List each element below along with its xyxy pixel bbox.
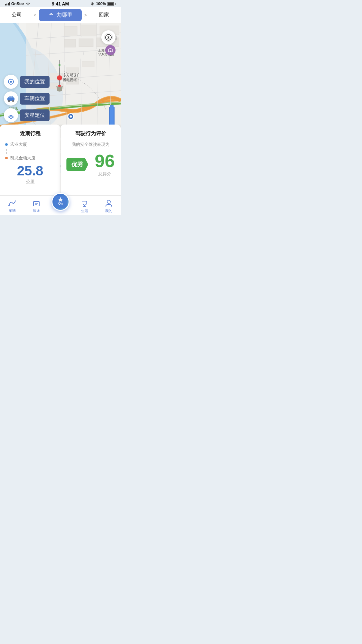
score-row: 优秀 96 总得分 — [66, 152, 116, 177]
tab-mine[interactable]: 我的 — [97, 197, 121, 213]
destination-label: 去哪里 — [56, 11, 72, 19]
vehicle-location-label[interactable]: 车辆位置 — [20, 93, 50, 105]
score-number-section: 96 总得分 — [95, 152, 115, 177]
svg-text:东方明珠广: 东方明珠广 — [63, 73, 80, 77]
svg-text:On: On — [58, 202, 63, 205]
driving-score-card[interactable]: 驾驶行为评价 我的安全驾驶表现为 优秀 96 总得分 — [60, 125, 121, 195]
svg-rect-76 — [7, 98, 14, 101]
svg-text:播电视塔: 播电视塔 — [63, 78, 77, 82]
svg-point-65 — [70, 116, 72, 118]
svg-point-71 — [10, 81, 12, 83]
map-controls: 我的位置 车辆位置 — [4, 75, 50, 122]
tab-life-label: 生活 — [81, 209, 88, 213]
trip-card-title: 近期行程 — [5, 130, 55, 137]
life-tab-icon — [80, 199, 89, 208]
nav-bar: 公司 < 去哪里 > 回家 — [0, 7, 121, 23]
driving-card-subtitle: 我的安全驾驶表现为 — [66, 142, 116, 147]
my-location-label[interactable]: 我的位置 — [20, 76, 50, 88]
tab-mine-label: 我的 — [105, 209, 112, 213]
svg-point-49 — [57, 75, 62, 80]
onstar-center-button[interactable]: On — [51, 193, 70, 211]
svg-point-77 — [8, 100, 10, 102]
status-left: OnStar — [5, 2, 31, 6]
route-from: 宏业大厦 — [5, 142, 55, 147]
svg-point-52 — [59, 64, 60, 66]
traffic-camera-badge: 8 — [101, 30, 116, 44]
nav-main-destination[interactable]: 去哪里 — [39, 9, 82, 21]
trip-route: 宏业大厦 凯龙金领大厦 — [5, 142, 55, 161]
svg-text:8: 8 — [107, 35, 110, 40]
status-bar: OnStar 9:41 AM 100% — [0, 0, 121, 7]
bottom-cards: 近期行程 宏业大厦 凯龙金领大厦 25.8 公里 驾驶行为评价 我的安全驾驶表现… — [0, 125, 121, 195]
battery-percent: 100% — [96, 2, 106, 6]
tab-vehicle[interactable]: 车辆 — [0, 198, 24, 213]
my-location-control[interactable]: 我的位置 — [4, 75, 50, 89]
trip-tab-icon — [32, 200, 41, 207]
car-icon — [7, 95, 15, 102]
onstar-logo: On — [54, 196, 67, 208]
nav-arrow-left[interactable]: < — [32, 13, 38, 18]
onstar-icon: On — [55, 196, 66, 207]
navigation-icon — [48, 12, 54, 18]
trip-distance-unit: 公里 — [5, 179, 55, 185]
signal-bars — [5, 2, 10, 5]
svg-rect-80 — [11, 96, 13, 98]
battery-indicator — [107, 2, 116, 6]
svg-rect-11 — [64, 26, 77, 36]
my-location-icon-btn[interactable] — [4, 75, 18, 89]
hotel-icon — [107, 47, 113, 53]
vehicle-location-icon-btn[interactable] — [4, 91, 18, 106]
satellite-location-icon-btn[interactable] — [4, 108, 18, 122]
total-score-number: 96 — [95, 152, 115, 170]
nav-home[interactable]: 回家 — [89, 12, 118, 18]
wifi-icon — [25, 2, 31, 6]
route-to-label: 凯龙金领大厦 — [10, 155, 35, 161]
route-to-dot — [5, 157, 8, 159]
hotel-badge — [105, 45, 116, 55]
driving-card-title: 驾驶行为评价 — [66, 130, 116, 137]
route-to: 凯龙金领大厦 — [5, 155, 55, 161]
score-badge-section: 优秀 — [66, 158, 88, 171]
status-right: 100% — [90, 2, 116, 6]
svg-rect-69 — [110, 51, 111, 52]
carrier-label: OnStar — [11, 2, 24, 6]
driving-grade-badge: 优秀 — [66, 158, 88, 171]
satellite-location-control[interactable]: 安星定位 — [4, 108, 50, 122]
time-display: 9:41 AM — [52, 1, 69, 6]
svg-rect-79 — [9, 96, 11, 98]
svg-rect-14 — [64, 39, 76, 47]
svg-point-82 — [8, 205, 10, 206]
trip-distance: 25.8 公里 — [5, 164, 55, 185]
svg-rect-12 — [80, 25, 97, 36]
tab-center[interactable]: On — [48, 191, 72, 211]
tab-bar: 车辆 旅途 On 生活 — [0, 195, 121, 215]
route-connector — [6, 149, 7, 154]
vehicle-location-control[interactable]: 车辆位置 — [4, 91, 50, 106]
bluetooth-icon — [90, 2, 95, 6]
svg-rect-84 — [35, 201, 38, 202]
satellite-location-label[interactable]: 安星定位 — [20, 109, 50, 121]
svg-point-0 — [28, 5, 28, 5]
route-dashed-line — [5, 149, 55, 154]
vehicle-tab-icon — [8, 200, 16, 207]
trip-distance-number: 25.8 — [5, 164, 55, 178]
trip-card[interactable]: 近期行程 宏业大厦 凯龙金领大厦 25.8 公里 — [0, 125, 60, 195]
svg-rect-26 — [82, 61, 94, 67]
satellite-icon — [7, 111, 15, 119]
svg-point-78 — [12, 100, 14, 102]
tab-trip[interactable]: 旅途 — [24, 198, 48, 213]
tab-vehicle-label: 车辆 — [9, 208, 16, 213]
svg-rect-15 — [79, 39, 93, 47]
traffic-camera-icon: 8 — [104, 33, 113, 42]
tab-life[interactable]: 生活 — [72, 197, 97, 213]
nav-arrow-right[interactable]: > — [83, 13, 88, 18]
location-crosshair-icon — [7, 78, 15, 86]
total-score-label: 总得分 — [98, 171, 111, 177]
svg-point-91 — [107, 200, 110, 203]
route-from-label: 宏业大厦 — [10, 142, 27, 147]
nav-work[interactable]: 公司 — [3, 12, 31, 18]
mine-tab-icon — [105, 199, 113, 208]
route-from-dot — [5, 143, 8, 146]
tab-trip-label: 旅途 — [33, 208, 40, 213]
